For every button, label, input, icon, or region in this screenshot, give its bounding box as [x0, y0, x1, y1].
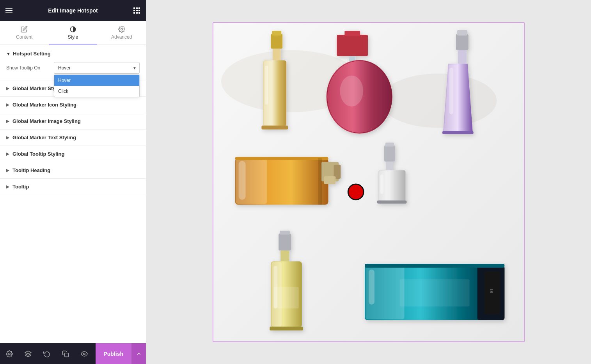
- publish-expand-button[interactable]: [131, 343, 146, 364]
- tooltip-heading-label: Tooltip Heading: [12, 167, 50, 173]
- svg-rect-43: [279, 233, 291, 250]
- svg-rect-37: [385, 142, 394, 146]
- panel-collapse-button[interactable]: ‹: [524, 174, 525, 190]
- global-tooltip-styling-label: Global Tooltip Styling: [12, 151, 64, 157]
- global-marker-image-styling-section: ▶ Global Marker Image Styling: [0, 113, 146, 130]
- tooltip-header[interactable]: ▶ Tooltip: [0, 179, 146, 195]
- svg-rect-9: [272, 30, 281, 35]
- tooltip-dropdown: Hover Click: [54, 75, 140, 97]
- hotspot-title-caret: ▼: [6, 51, 11, 56]
- hamburger-menu-button[interactable]: [5, 8, 12, 13]
- hotspot-marker[interactable]: [348, 184, 364, 199]
- svg-rect-55: [369, 269, 374, 304]
- show-tooltip-row: Show Tooltip On Hover ▼ Hover Click: [6, 62, 140, 74]
- svg-point-19: [340, 75, 363, 107]
- svg-rect-3: [65, 353, 69, 357]
- panel-title: Edit Image Hotspot: [48, 7, 98, 14]
- svg-rect-10: [273, 48, 280, 60]
- layers-toolbar-button[interactable]: [19, 343, 37, 364]
- global-marker-text-styling-label: Global Marker Text Styling: [12, 135, 76, 140]
- duplicate-toolbar-button[interactable]: [56, 343, 75, 364]
- bottle-7: DI: [365, 263, 504, 320]
- eye-icon: [81, 350, 88, 357]
- image-container: DI ‹: [213, 22, 525, 342]
- history-toolbar-button[interactable]: [37, 343, 56, 364]
- svg-rect-54: [365, 263, 504, 267]
- hotspot-setting-title: ▼ Hotspot Setting: [6, 51, 140, 57]
- svg-point-1: [9, 353, 11, 355]
- svg-rect-41: [377, 200, 407, 203]
- svg-rect-34: [239, 161, 246, 200]
- svg-rect-44: [280, 231, 290, 234]
- svg-rect-26: [449, 67, 453, 114]
- svg-rect-56: [400, 279, 470, 306]
- panel-header: Edit Image Hotspot: [0, 0, 146, 21]
- global-marker-icon-styling-section: ▶ Global Marker Icon Styling: [0, 97, 146, 113]
- circle-half-icon: [69, 26, 76, 33]
- global-tooltip-styling-section: ▶ Global Tooltip Styling: [0, 146, 146, 162]
- svg-rect-27: [442, 131, 474, 134]
- svg-rect-49: [270, 327, 303, 330]
- perfume-scene: DI: [213, 23, 524, 341]
- svg-rect-15: [337, 34, 368, 56]
- svg-marker-2: [25, 351, 31, 354]
- canvas-area: DI ‹: [146, 0, 591, 364]
- tab-content[interactable]: Content: [0, 21, 49, 44]
- tooltip-select-wrapper: Hover ▼ Hover Click: [54, 62, 140, 74]
- show-tooltip-label: Show Tooltip On: [6, 65, 49, 71]
- toolbar-icons-group: [0, 343, 96, 364]
- svg-rect-14: [265, 66, 268, 105]
- global-marker-image-styling-header[interactable]: ▶ Global Marker Image Styling: [0, 113, 146, 129]
- svg-rect-32: [324, 176, 336, 184]
- pencil-icon: [21, 26, 28, 33]
- gear-icon-tab: [118, 26, 125, 33]
- global-marker-image-styling-label: Global Marker Image Styling: [12, 118, 81, 124]
- svg-point-7: [380, 73, 497, 128]
- history-icon: [43, 350, 50, 357]
- tab-style-label: Style: [68, 34, 78, 40]
- caret-icon-1: ▶: [6, 103, 9, 107]
- tooltip-label: Tooltip: [12, 184, 29, 190]
- grid-menu-button[interactable]: [133, 7, 140, 14]
- global-tooltip-styling-header[interactable]: ▶ Global Tooltip Styling: [0, 146, 146, 162]
- svg-rect-8: [271, 34, 282, 48]
- settings-toolbar-button[interactable]: [0, 343, 19, 364]
- bottom-toolbar: Publish: [0, 343, 146, 364]
- svg-rect-22: [457, 30, 467, 35]
- global-marker-text-styling-header[interactable]: ▶ Global Marker Text Styling: [0, 130, 146, 146]
- svg-rect-33: [235, 157, 328, 160]
- caret-icon-3: ▶: [6, 135, 9, 140]
- svg-rect-42: [380, 174, 383, 194]
- publish-button[interactable]: Publish: [96, 343, 131, 364]
- left-panel: Edit Image Hotspot Content Style: [0, 0, 146, 364]
- chevron-up-icon: [136, 351, 142, 357]
- caret-icon-6: ▶: [6, 185, 9, 189]
- tab-advanced[interactable]: Advanced: [97, 21, 146, 44]
- tab-content-label: Content: [16, 34, 32, 40]
- svg-rect-50: [273, 265, 277, 308]
- tab-style[interactable]: Style: [49, 21, 98, 44]
- global-marker-icon-styling-header[interactable]: ▶ Global Marker Icon Styling: [0, 97, 146, 113]
- global-marker-text-styling-section: ▶ Global Marker Text Styling: [0, 130, 146, 146]
- caret-icon-5: ▶: [6, 168, 9, 172]
- tooltip-heading-header[interactable]: ▶ Tooltip Heading: [0, 162, 146, 178]
- layers-icon: [25, 350, 32, 357]
- duplicate-icon: [62, 350, 69, 357]
- eye-toolbar-button[interactable]: [75, 343, 94, 364]
- svg-rect-13: [261, 125, 288, 129]
- caret-icon-2: ▶: [6, 119, 9, 123]
- tooltip-select[interactable]: Hover: [54, 62, 140, 74]
- dropdown-item-click[interactable]: Click: [54, 86, 139, 97]
- svg-rect-35: [318, 158, 322, 204]
- tab-advanced-label: Advanced: [111, 34, 132, 40]
- svg-rect-16: [344, 30, 360, 36]
- global-marker-icon-styling-label: Global Marker Icon Styling: [12, 102, 76, 108]
- tooltip-heading-section: ▶ Tooltip Heading: [0, 162, 146, 179]
- panel-content: ▼ Hotspot Setting Show Tooltip On Hover …: [0, 44, 146, 343]
- svg-text:DI: DI: [489, 289, 494, 293]
- svg-rect-45: [280, 250, 289, 261]
- caret-icon-0: ▶: [6, 86, 9, 91]
- dropdown-item-hover[interactable]: Hover: [54, 75, 139, 86]
- svg-rect-21: [456, 34, 469, 50]
- svg-point-4: [83, 353, 85, 355]
